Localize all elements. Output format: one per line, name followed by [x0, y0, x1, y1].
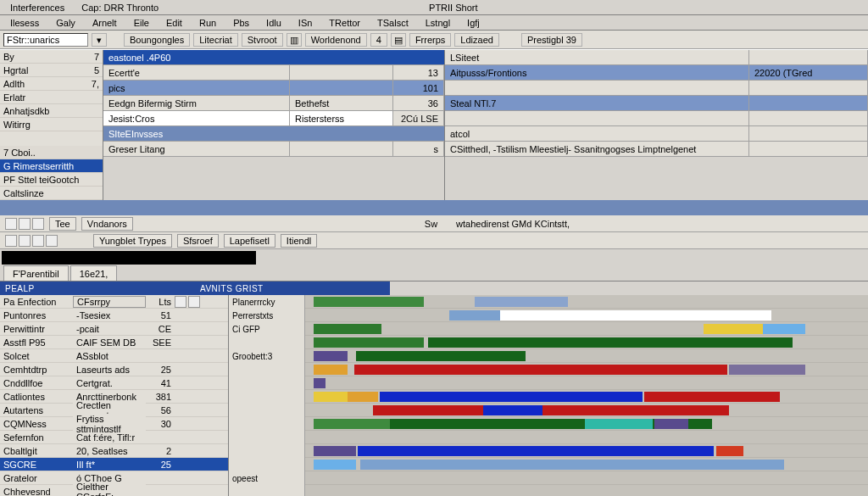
toolbar-button[interactable]: Stvroot — [242, 33, 283, 47]
gantt-track[interactable] — [229, 431, 868, 444]
gantt-bar[interactable] — [654, 419, 688, 429]
property-row[interactable]: ChhevesndCielther CCorfsF; — [0, 485, 228, 496]
gantt-bar[interactable] — [348, 392, 378, 402]
nav-row[interactable]: Hgrtal5 — [0, 64, 103, 77]
menu-item[interactable]: Lstngl — [417, 17, 459, 29]
grid-row[interactable]: SIteEInvsses — [103, 126, 444, 142]
menu-item[interactable]: Igfj — [459, 17, 488, 29]
property-row[interactable]: SefernfonCat f:ére, Tifl:r — [0, 431, 228, 444]
menu-item[interactable]: Run — [191, 17, 225, 29]
dropdown-icon[interactable]: ▾ — [92, 33, 107, 47]
nav-row[interactable]: Witirrg — [0, 118, 103, 131]
toolbar-button[interactable]: Boungongles — [124, 33, 190, 47]
nav-footer[interactable]: Caltslinze — [0, 187, 103, 200]
gantt-bar[interactable] — [352, 473, 793, 483]
gantt-track[interactable]: Perrerstxts — [229, 309, 868, 322]
gantt-bar[interactable] — [380, 392, 643, 402]
gantt-bar[interactable] — [428, 337, 793, 348]
property-row[interactable]: SolcetASsblot — [0, 349, 228, 363]
gantt-bar[interactable] — [360, 460, 784, 470]
nav-footer[interactable]: 7 Cboi.. — [0, 146, 103, 159]
grid-row[interactable]: Greser Litangs — [103, 142, 444, 157]
menu-item[interactable]: Pbs — [225, 17, 258, 29]
gantt-bar[interactable] — [314, 460, 356, 470]
menu-item[interactable]: TRettor — [320, 17, 369, 29]
gantt-bar[interactable] — [763, 324, 805, 334]
menu-item[interactable]: Arnelt — [84, 17, 125, 29]
toolbar-icons[interactable] — [5, 235, 58, 247]
property-row[interactable]: Perwittintr-pcaitCE — [0, 322, 228, 336]
chip[interactable]: Itiendl — [281, 234, 317, 248]
gantt-bar[interactable] — [475, 297, 568, 307]
menu-item[interactable]: Eile — [125, 17, 158, 29]
gantt-track[interactable]: opeest — [229, 471, 868, 485]
grid-row[interactable]: LSiteet — [445, 50, 868, 65]
gantt-track[interactable]: Groobett:3 — [229, 349, 868, 363]
toolbar-icon[interactable]: ▤ — [391, 33, 406, 47]
grid-row[interactable]: eastonel .4P60 — [103, 50, 444, 65]
gantt-chart[interactable]: PlanerrrckyPerrerstxtsCi GFPGroobett:3op… — [229, 295, 868, 496]
nav-row-selected[interactable]: G Rimerstserritth — [0, 159, 103, 173]
nav-row[interactable]: By7 — [0, 50, 103, 64]
gantt-bar[interactable] — [314, 324, 381, 334]
grid-row[interactable]: pics101 — [103, 81, 444, 96]
property-row[interactable]: Cbaltlgit20, Seatlses2 — [0, 444, 228, 458]
toolbar-button[interactable]: Litecriat — [193, 33, 238, 47]
tab[interactable]: 16e21, — [70, 265, 118, 281]
gantt-track[interactable] — [229, 363, 868, 376]
nav-footer[interactable]: PF Sttel teiGootch — [0, 173, 103, 187]
property-row[interactable]: CQMNessFrytiss sttmintgstlf30 — [0, 417, 228, 431]
menu-item[interactable]: Edit — [158, 17, 191, 29]
chip[interactable]: Tee — [49, 217, 76, 231]
gantt-bar[interactable] — [644, 392, 780, 402]
chip[interactable]: Vndanors — [81, 217, 133, 231]
property-row[interactable]: CnddllfoeCertgrat.41 — [0, 376, 228, 390]
toolbar-icon[interactable]: ▥ — [287, 33, 302, 47]
gantt-bar[interactable] — [314, 310, 373, 320]
gantt-track[interactable] — [229, 417, 868, 431]
gantt-track[interactable]: Planerrrcky — [229, 295, 868, 309]
gantt-bar[interactable] — [314, 365, 348, 375]
gantt-track[interactable] — [229, 390, 868, 404]
property-row[interactable]: SGCREIIl ft*25 — [0, 458, 228, 471]
gantt-bar[interactable] — [358, 446, 714, 456]
toolbar-button[interactable]: Ldizaed — [454, 33, 499, 47]
gantt-bar[interactable] — [314, 405, 364, 415]
nav-row[interactable]: Adlth7, — [0, 77, 103, 91]
main-menu[interactable]: Ilesess Galy Arnelt Eile Edit Run Pbs Id… — [0, 15, 868, 31]
grid-row[interactable] — [445, 81, 868, 96]
menu-item[interactable]: Idlu — [258, 17, 290, 29]
grid-row[interactable]: atcol — [445, 126, 868, 142]
gantt-bar[interactable] — [314, 419, 390, 429]
grid-row[interactable] — [445, 111, 868, 126]
chip[interactable]: Sfsroef — [177, 234, 219, 248]
nav-row[interactable]: Erlatr — [0, 91, 103, 104]
lower-tabbar[interactable]: F'Parentibil 16e21, — [0, 265, 868, 281]
nav-row[interactable]: Anhatjsdkb — [0, 104, 103, 118]
gantt-bar[interactable] — [314, 446, 356, 456]
toolbar-button[interactable]: Prestigbl 39 — [521, 33, 582, 47]
gantt-bar[interactable] — [373, 405, 729, 415]
toolbar-button[interactable]: Worldenond — [305, 33, 367, 47]
gantt-bar[interactable] — [356, 351, 526, 361]
grid-row[interactable]: Jesist:CrosRistersterss2Cú LSE — [103, 111, 444, 126]
gantt-bar[interactable] — [354, 365, 727, 375]
gantt-bar[interactable] — [314, 297, 424, 307]
toolbar-icons[interactable] — [5, 218, 44, 230]
menu-item[interactable]: TSalsct — [369, 17, 417, 29]
grid-row[interactable]: CSitthedl, -Tstilism Mleestielj- Ssanitn… — [445, 142, 868, 157]
gantt-bar[interactable] — [314, 392, 348, 402]
gantt-bar[interactable] — [729, 365, 805, 375]
prop-header-icons[interactable] — [175, 296, 200, 308]
gantt-track[interactable] — [229, 376, 868, 390]
menu-item[interactable]: Ilesess — [2, 17, 47, 29]
chip[interactable]: Yungblet Trypes — [93, 234, 172, 248]
gantt-bar[interactable] — [314, 378, 326, 388]
gantt-track[interactable] — [229, 404, 868, 417]
property-row[interactable]: Asstfl P95CAIF SEM DBSEE — [0, 336, 228, 349]
toolbar-button[interactable]: 4 — [370, 33, 387, 47]
gantt-track[interactable] — [229, 458, 868, 471]
property-row[interactable]: Puntonres-Tsesiex51 — [0, 309, 228, 322]
chip[interactable]: Lapefisetl — [224, 234, 275, 248]
gantt-bar[interactable] — [716, 446, 743, 456]
